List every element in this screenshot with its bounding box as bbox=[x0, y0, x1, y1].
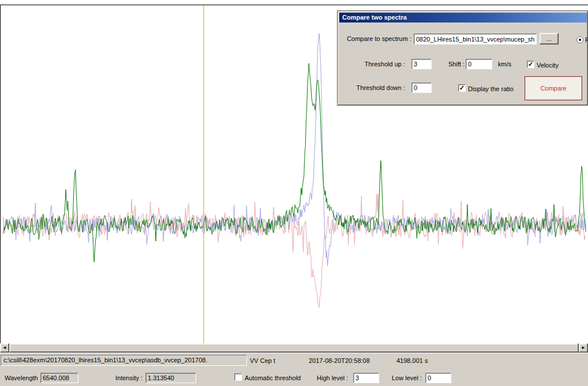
wavelength-label: Wavelength : bbox=[5, 374, 42, 382]
compare-button[interactable]: Compare bbox=[525, 76, 582, 100]
threshold-up-label: Threshold up : bbox=[355, 61, 405, 68]
compare-to-spectrum-input[interactable] bbox=[414, 33, 537, 44]
horizontal-scrollbar[interactable]: ◄ ► bbox=[0, 343, 588, 353]
low-level-input[interactable] bbox=[425, 373, 451, 383]
compare-two-spectra-dialog: Compare two spectra Compare to spectrum … bbox=[337, 10, 588, 106]
velocity-checkbox[interactable]: ✓ bbox=[527, 61, 534, 68]
automatic-threshold-label: Automatic threshold bbox=[245, 374, 301, 382]
status-bar: c:\csill\428exm\20170820_lhires15_bin1\1… bbox=[0, 353, 588, 368]
automatic-threshold-checkbox[interactable] bbox=[234, 373, 242, 381]
threshold-down-input[interactable] bbox=[411, 83, 432, 93]
display-ratio-label: Display the ratio bbox=[468, 85, 514, 93]
radio-dot-icon bbox=[579, 39, 581, 41]
status-file-path: c:\csill\428exm\20170820_lhires15_bin1\1… bbox=[1, 355, 247, 366]
intensity-readout: 1.313540 bbox=[145, 373, 196, 383]
low-level-label: Low level : bbox=[392, 374, 422, 382]
app-window: ◄ ► c:\csill\428exm\20170820_lhires15_bi… bbox=[0, 0, 588, 386]
status-datetime: 2017-08-20T20:58:08 bbox=[309, 357, 370, 365]
high-level-input[interactable] bbox=[353, 373, 379, 383]
shift-unit-label: km/s bbox=[498, 61, 511, 68]
scrollbar-right-arrow-icon[interactable]: ► bbox=[579, 343, 588, 353]
scrollbar-track[interactable] bbox=[9, 343, 579, 353]
scrollbar-left-arrow-icon[interactable]: ◄ bbox=[0, 343, 9, 353]
shift-input[interactable] bbox=[466, 59, 492, 69]
dialog-titlebar[interactable]: Compare two spectra bbox=[339, 13, 587, 23]
display-ratio-checkbox[interactable]: ✓ bbox=[458, 84, 466, 92]
browse-button[interactable]: ... bbox=[540, 33, 559, 44]
status-exposure: 4198.001 s bbox=[396, 357, 428, 365]
bottom-controls: Wavelength : 6540.008 Intensity : 1.3135… bbox=[0, 368, 588, 386]
velocity-label: Velocity bbox=[537, 62, 559, 69]
threshold-down-label: Threshold down : bbox=[355, 84, 405, 92]
wavelength-readout: 6540.008 bbox=[40, 373, 78, 383]
threshold-up-input[interactable] bbox=[411, 59, 432, 69]
compare-to-spectrum-label: Compare to spectrum : bbox=[346, 35, 411, 43]
shift-label: Shift : bbox=[448, 61, 465, 68]
file-source-radio[interactable] bbox=[576, 36, 583, 43]
intensity-label: Intensity : bbox=[115, 374, 143, 382]
file-source-radio-label: F bbox=[585, 36, 588, 44]
status-object-name: VV Cep t bbox=[250, 357, 275, 365]
high-level-label: High level : bbox=[317, 374, 348, 382]
scrollbar-thumb[interactable] bbox=[9, 343, 579, 353]
